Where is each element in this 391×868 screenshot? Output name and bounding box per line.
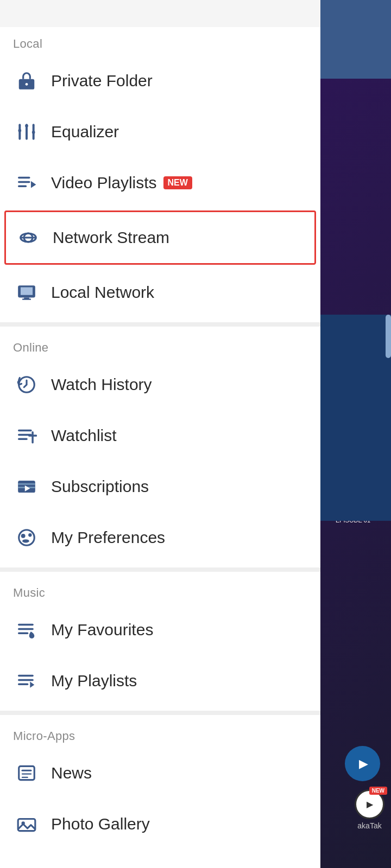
menu-item-photo-gallery[interactable]: Photo Gallery bbox=[0, 799, 320, 850]
gallery-icon bbox=[13, 810, 40, 838]
menu-item-private-folder[interactable]: Private Folder bbox=[0, 55, 320, 106]
svg-rect-19 bbox=[21, 288, 33, 295]
right-panel: आत्मन् EPISODE 01 NEW akaTak bbox=[315, 0, 391, 868]
menu-item-watch-history[interactable]: Watch History bbox=[0, 359, 320, 410]
monitor-icon bbox=[13, 279, 40, 306]
divider-2 bbox=[0, 567, 320, 572]
svg-point-35 bbox=[22, 539, 29, 542]
svg-point-4 bbox=[18, 129, 21, 132]
menu-item-my-preferences[interactable]: My Preferences bbox=[0, 512, 320, 563]
menu-item-subscriptions[interactable]: Subscriptions bbox=[0, 461, 320, 512]
menu-item-equalizer[interactable]: Equalizer bbox=[0, 106, 320, 157]
section-online-header: Online bbox=[0, 331, 320, 359]
section-microapps-header: Micro-Apps bbox=[0, 719, 320, 748]
svg-point-10 bbox=[32, 131, 35, 134]
news-icon bbox=[13, 760, 40, 787]
play-button[interactable] bbox=[345, 746, 380, 781]
network-stream-label: Network Stream bbox=[53, 228, 169, 247]
status-bar bbox=[0, 0, 320, 27]
taka-tak-label: akaTak bbox=[357, 821, 381, 830]
watchlist-icon bbox=[13, 422, 40, 449]
local-network-label: Local Network bbox=[51, 283, 154, 302]
new-badge: NEW bbox=[163, 176, 192, 189]
menu-item-local-network[interactable]: Local Network bbox=[0, 267, 320, 318]
menu-item-network-stream[interactable]: Network Stream bbox=[4, 210, 316, 265]
preferences-icon bbox=[13, 524, 40, 551]
menu-item-news[interactable]: News bbox=[0, 748, 320, 799]
equalizer-icon bbox=[13, 118, 40, 145]
section-local-header: Local bbox=[0, 27, 320, 55]
playlist-icon bbox=[13, 169, 40, 196]
taka-tak-circle: NEW bbox=[355, 789, 384, 819]
svg-point-1 bbox=[26, 83, 28, 86]
watchlist-label: Watchlist bbox=[51, 426, 117, 445]
svg-marker-14 bbox=[31, 181, 36, 188]
private-folder-label: Private Folder bbox=[51, 72, 153, 90]
lock-icon bbox=[13, 67, 40, 94]
my-preferences-label: My Preferences bbox=[51, 528, 165, 547]
equalizer-label: Equalizer bbox=[51, 123, 119, 141]
watch-history-label: Watch History bbox=[51, 375, 152, 394]
new-badge-takatak: NEW bbox=[369, 787, 387, 795]
subscriptions-label: Subscriptions bbox=[51, 477, 149, 496]
divider-1 bbox=[0, 322, 320, 327]
svg-point-7 bbox=[25, 124, 28, 127]
video-playlists-label: Video Playlists bbox=[51, 174, 157, 192]
photo-gallery-label: Photo Gallery bbox=[51, 815, 150, 833]
taka-tak-icon[interactable]: NEW akaTak bbox=[355, 789, 384, 830]
navigation-drawer: Local Private Folder bbox=[0, 0, 320, 868]
network-stream-icon bbox=[15, 224, 42, 251]
svg-rect-46 bbox=[18, 819, 35, 831]
svg-point-32 bbox=[19, 530, 35, 546]
scrollbar-thumb[interactable] bbox=[386, 315, 391, 358]
subscriptions-icon bbox=[13, 473, 40, 500]
menu-item-video-playlists[interactable]: Video Playlists NEW bbox=[0, 157, 320, 208]
section-music-header: Music bbox=[0, 576, 320, 604]
menu-item-my-playlists[interactable]: My Playlists bbox=[0, 655, 320, 706]
menu-item-watchlist[interactable]: Watchlist bbox=[0, 410, 320, 461]
svg-point-33 bbox=[21, 534, 26, 538]
content-area bbox=[315, 315, 391, 521]
svg-point-34 bbox=[28, 533, 31, 537]
playlists-icon bbox=[13, 667, 40, 694]
menu-item-my-favourites[interactable]: My Favourites bbox=[0, 604, 320, 655]
history-icon bbox=[13, 371, 40, 398]
divider-3 bbox=[0, 711, 320, 715]
my-favourites-label: My Favourites bbox=[51, 621, 153, 639]
news-label: News bbox=[51, 764, 92, 782]
favourites-icon bbox=[13, 616, 40, 643]
my-playlists-label: My Playlists bbox=[51, 672, 137, 690]
